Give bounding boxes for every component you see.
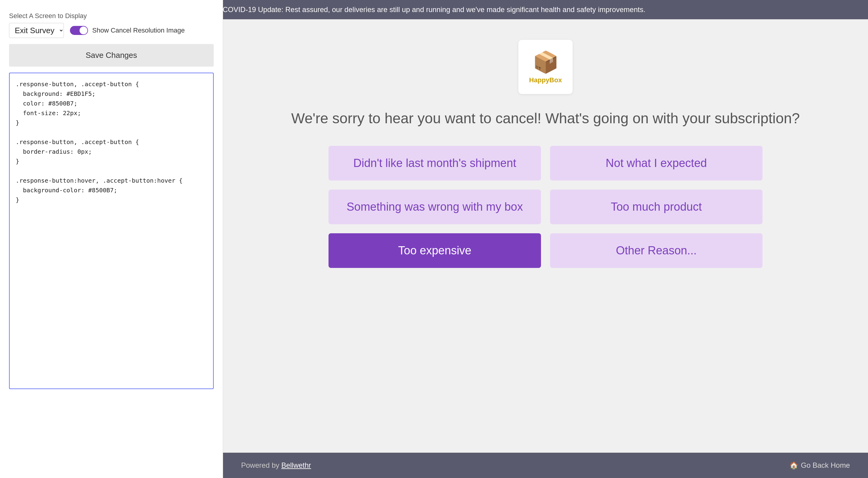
reason-button-5[interactable]: Too expensive bbox=[329, 233, 541, 268]
bellwethr-link[interactable]: Bellwethr bbox=[281, 461, 311, 469]
toggle-label: Show Cancel Resolution Image bbox=[92, 27, 185, 34]
reason-button-1[interactable]: Didn't like last month's shipment bbox=[329, 146, 541, 181]
survey-question: We're sorry to hear you want to cancel! … bbox=[291, 109, 800, 128]
left-panel: Select A Screen to Display Exit Survey S… bbox=[0, 0, 223, 478]
footer: Powered by Bellwethr 🏠 Go Back Home bbox=[223, 453, 868, 478]
screen-select-dropdown[interactable]: Exit Survey bbox=[9, 23, 64, 38]
powered-by: Powered by Bellwethr bbox=[241, 461, 311, 470]
screen-select-row: Exit Survey Show Cancel Resolution Image bbox=[9, 23, 214, 38]
main-content: 📦 HappyBox We're sorry to hear you want … bbox=[223, 19, 868, 478]
select-screen-label: Select A Screen to Display bbox=[9, 12, 214, 20]
css-code-editor[interactable]: .response-button, .accept-button { backg… bbox=[9, 73, 214, 389]
reason-button-4[interactable]: Too much product bbox=[550, 190, 763, 224]
go-home-text: Go Back Home bbox=[801, 461, 850, 470]
brand-logo: 📦 HappyBox bbox=[518, 40, 572, 94]
reason-button-6[interactable]: Other Reason... bbox=[550, 233, 763, 268]
survey-area: 📦 HappyBox We're sorry to hear you want … bbox=[223, 19, 868, 453]
covid-banner-text: COVID-19 Update: Rest assured, our deliv… bbox=[223, 5, 646, 13]
brand-name: HappyBox bbox=[529, 76, 562, 84]
reason-button-3[interactable]: Something was wrong with my box bbox=[329, 190, 541, 224]
go-back-home[interactable]: 🏠 Go Back Home bbox=[789, 461, 850, 470]
brand-box-icon: 📦 bbox=[532, 50, 559, 74]
reason-button-2[interactable]: Not what I expected bbox=[550, 146, 763, 181]
reasons-grid: Didn't like last month's shipment Not wh… bbox=[329, 146, 763, 268]
save-changes-button[interactable]: Save Changes bbox=[9, 44, 214, 67]
toggle-row: Show Cancel Resolution Image bbox=[70, 26, 185, 35]
show-cancel-image-toggle[interactable] bbox=[70, 26, 88, 35]
powered-by-text: Powered by bbox=[241, 461, 281, 469]
go-home-icon: 🏠 bbox=[789, 461, 798, 470]
